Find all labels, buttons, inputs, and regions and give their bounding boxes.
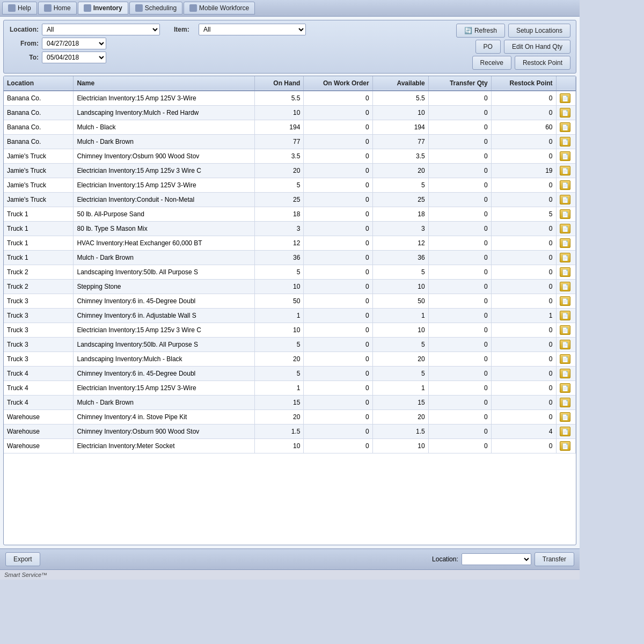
- grid-action-button[interactable]: 📄: [560, 383, 570, 393]
- to-label: To:: [9, 54, 39, 61]
- location-select[interactable]: All: [42, 24, 160, 35]
- row-action-icon[interactable]: 📄: [556, 222, 575, 236]
- inventory-table: Location Name On Hand On Work Order Avai…: [4, 76, 576, 453]
- grid-action-button[interactable]: 📄: [560, 427, 570, 436]
- row-action-icon[interactable]: 📄: [556, 439, 575, 453]
- receive-button[interactable]: Receive: [472, 56, 511, 70]
- scheduling-icon: [135, 4, 143, 12]
- refresh-button[interactable]: 🔄 Refresh: [456, 24, 505, 38]
- grid-action-button[interactable]: 📄: [560, 122, 570, 132]
- tab-help[interactable]: Help: [2, 2, 37, 14]
- table-row: Truck 4Electrician Inventory:15 Amp 125V…: [4, 381, 576, 396]
- bottom-bar: Export Location: Transfer: [0, 548, 580, 569]
- mobile-icon: [189, 4, 197, 12]
- grid-action-button[interactable]: 📄: [560, 151, 570, 161]
- table-row: Truck 3Landscaping Inventory:50lb. All P…: [4, 338, 576, 352]
- location-filter-row: Location: All Item: All: [9, 24, 306, 35]
- row-action-icon[interactable]: 📄: [556, 106, 575, 120]
- row-action-icon[interactable]: 📄: [556, 164, 575, 178]
- status-bar: Smart Service™: [0, 569, 580, 580]
- table-row: Banana Co.Electrician Inventory:15 Amp 1…: [4, 91, 576, 106]
- setup-locations-button[interactable]: Setup Locations: [508, 24, 570, 38]
- row-action-icon[interactable]: 📄: [556, 120, 575, 135]
- grid-action-button[interactable]: 📄: [560, 238, 570, 248]
- tab-mobile-label: Mobile Workforce: [199, 4, 249, 12]
- row-action-icon[interactable]: 📄: [556, 135, 575, 149]
- row-action-icon[interactable]: 📄: [556, 396, 575, 410]
- grid-action-button[interactable]: 📄: [560, 253, 570, 262]
- main-content: Location: All Item: All From: 04/27/2018…: [0, 17, 580, 548]
- item-select[interactable]: All: [199, 24, 306, 35]
- tab-inventory-label: Inventory: [93, 4, 122, 12]
- row-action-icon[interactable]: 📄: [556, 265, 575, 280]
- row-action-icon[interactable]: 📄: [556, 352, 575, 367]
- row-action-icon[interactable]: 📄: [556, 338, 575, 352]
- row-action-icon[interactable]: 📄: [556, 410, 575, 425]
- bottom-location-label: Location:: [432, 555, 458, 563]
- grid-action-button[interactable]: 📄: [560, 180, 570, 190]
- grid-action-button[interactable]: 📄: [560, 369, 570, 378]
- grid-action-button[interactable]: 📄: [560, 441, 570, 451]
- grid-action-button[interactable]: 📄: [560, 325, 570, 335]
- row-action-icon[interactable]: 📄: [556, 251, 575, 265]
- grid-action-button[interactable]: 📄: [560, 311, 570, 320]
- home-icon: [44, 4, 52, 12]
- row-action-icon[interactable]: 📄: [556, 149, 575, 164]
- grid-action-button[interactable]: 📄: [560, 354, 570, 364]
- table-row: Banana Co.Mulch - Dark Brown7707700📄: [4, 135, 576, 149]
- row-action-icon[interactable]: 📄: [556, 294, 575, 309]
- from-select[interactable]: 04/27/2018: [42, 38, 106, 49]
- row-action-icon[interactable]: 📄: [556, 207, 575, 222]
- restock-point-button[interactable]: Restock Point: [515, 56, 570, 70]
- row-action-icon[interactable]: 📄: [556, 91, 575, 106]
- grid-action-button[interactable]: 📄: [560, 137, 570, 147]
- table-row: WarehouseChimney Inventory:Osburn 900 Wo…: [4, 425, 576, 439]
- inventory-icon: [84, 4, 91, 12]
- grid-action-button[interactable]: 📄: [560, 209, 570, 219]
- export-button[interactable]: Export: [5, 552, 40, 566]
- tab-scheduling[interactable]: Scheduling: [129, 2, 182, 14]
- header-location: Location: [4, 76, 74, 91]
- grid-action-button[interactable]: 📄: [560, 195, 570, 204]
- table-row: Truck 1HVAC Inventory:Heat Exchanger 60,…: [4, 236, 576, 251]
- row-action-icon[interactable]: 📄: [556, 425, 575, 439]
- btn-row-3: Receive Restock Point: [472, 56, 570, 70]
- tab-home[interactable]: Home: [38, 2, 77, 14]
- header-transfer-qty: Transfer Qty: [428, 76, 491, 91]
- to-select[interactable]: 05/04/2018: [42, 52, 106, 63]
- nav-bar: Help Home Inventory Scheduling Mobile Wo…: [0, 0, 580, 17]
- row-action-icon[interactable]: 📄: [556, 309, 575, 323]
- grid-action-button[interactable]: 📄: [560, 398, 570, 407]
- filter-left: Location: All Item: All From: 04/27/2018…: [9, 24, 306, 70]
- tab-inventory[interactable]: Inventory: [78, 2, 128, 14]
- to-filter-row: To: 05/04/2018: [9, 52, 306, 63]
- table-row: Truck 3Landscaping Inventory:Mulch - Bla…: [4, 352, 576, 367]
- po-button[interactable]: PO: [475, 40, 501, 54]
- grid-action-button[interactable]: 📄: [560, 166, 570, 175]
- row-action-icon[interactable]: 📄: [556, 236, 575, 251]
- row-action-icon[interactable]: 📄: [556, 381, 575, 396]
- transfer-button[interactable]: Transfer: [535, 552, 574, 566]
- grid-action-button[interactable]: 📄: [560, 108, 570, 118]
- grid-action-button[interactable]: 📄: [560, 412, 570, 422]
- row-action-icon[interactable]: 📄: [556, 193, 575, 207]
- row-action-icon[interactable]: 📄: [556, 280, 575, 294]
- status-text: Smart Service™: [4, 572, 47, 578]
- table-row: Jamie's TruckElectrician Inventory:Condu…: [4, 193, 576, 207]
- grid-action-button[interactable]: 📄: [560, 267, 570, 277]
- header-on-work-order: On Work Order: [304, 76, 372, 91]
- row-action-icon[interactable]: 📄: [556, 323, 575, 338]
- edit-on-hand-button[interactable]: Edit On Hand Qty: [504, 40, 570, 54]
- row-action-icon[interactable]: 📄: [556, 178, 575, 193]
- table-header-row: Location Name On Hand On Work Order Avai…: [4, 76, 576, 91]
- transfer-location-select[interactable]: [462, 553, 531, 565]
- grid-action-button[interactable]: 📄: [560, 340, 570, 349]
- filter-right: 🔄 Refresh Setup Locations PO Edit On Han…: [317, 24, 570, 70]
- grid-action-button[interactable]: 📄: [560, 224, 570, 233]
- tab-mobile-workforce[interactable]: Mobile Workforce: [184, 2, 255, 14]
- row-action-icon[interactable]: 📄: [556, 367, 575, 381]
- grid-action-button[interactable]: 📄: [560, 93, 570, 103]
- grid-action-button[interactable]: 📄: [560, 296, 570, 306]
- table-row: Jamie's TruckElectrician Inventory:15 Am…: [4, 164, 576, 178]
- grid-action-button[interactable]: 📄: [560, 282, 570, 291]
